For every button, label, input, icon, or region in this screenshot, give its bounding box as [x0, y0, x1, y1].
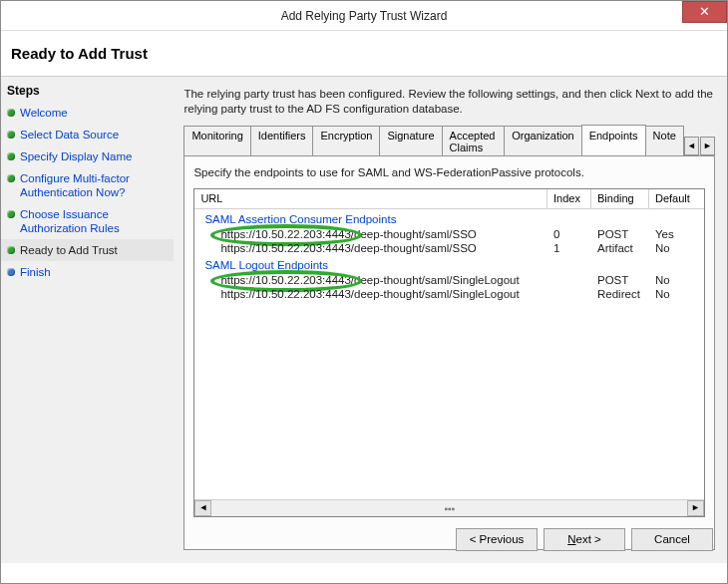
step-0[interactable]: Welcome [1, 102, 174, 124]
step-1[interactable]: Select Data Source [1, 124, 174, 146]
window-title: Add Relying Party Trust Wizard [281, 9, 448, 23]
cancel-button[interactable]: Cancel [631, 528, 713, 551]
col-binding[interactable]: Binding [591, 189, 649, 209]
table-header: URL Index Binding Default [194, 189, 704, 209]
tab-body-endpoints: Specify the endpoints to use for SAML an… [183, 155, 715, 550]
group-header: SAML Assertion Consumer Endpoints [194, 209, 704, 227]
tab-accepted-claims[interactable]: Accepted Claims [442, 126, 506, 156]
table-row[interactable]: https://10.50.22.203:4443/deep-thought/s… [194, 273, 704, 287]
cell-default: Yes [649, 228, 704, 240]
tab-organization[interactable]: Organization [504, 126, 581, 156]
cell-url: https://10.50.22.203:4443/deep-thought/s… [194, 288, 547, 300]
step-label: Select Data Source [20, 128, 119, 142]
cell-binding: Redirect [591, 288, 649, 300]
cell-default: No [649, 242, 704, 254]
col-index[interactable]: Index [547, 189, 591, 209]
cell-url: https://10.50.22.203:4443/deep-thought/s… [194, 228, 547, 240]
step-bullet-icon [7, 246, 15, 254]
page-title: Ready to Add Trust [1, 31, 727, 76]
cell-url: https://10.50.22.203:4443/deep-thought/s… [194, 274, 547, 286]
step-label: Ready to Add Trust [20, 243, 118, 257]
next-button[interactable]: Next > [544, 528, 625, 551]
step-bullet-icon [7, 210, 15, 218]
cell-default: No [649, 288, 704, 300]
step-bullet-icon [7, 268, 15, 276]
intro-text: The relying party trust has been configu… [183, 87, 715, 117]
content-area: Steps WelcomeSelect Data SourceSpecify D… [1, 77, 727, 563]
tab-endpoints[interactable]: Endpoints [581, 125, 646, 155]
cell-index: 1 [547, 242, 591, 254]
previous-button[interactable]: < Previous [456, 528, 538, 551]
tab-strip: MonitoringIdentifiersEncryptionSignature… [183, 125, 715, 155]
tab-signature[interactable]: Signature [379, 126, 442, 156]
button-row: < Previous Next > Cancel [456, 528, 713, 551]
steps-panel: Steps WelcomeSelect Data SourceSpecify D… [1, 77, 174, 563]
tab-monitoring[interactable]: Monitoring [183, 126, 250, 156]
scroll-right-arrow[interactable]: ► [687, 500, 704, 516]
step-5[interactable]: Ready to Add Trust [1, 239, 174, 261]
tab-scroll-left[interactable]: ◄ [684, 137, 699, 155]
main-panel: The relying party trust has been configu… [174, 77, 727, 563]
scroll-track[interactable]: ▪▪▪ [211, 500, 687, 516]
tab-encryption[interactable]: Encryption [312, 126, 380, 156]
cell-binding: POST [591, 274, 649, 286]
table-row[interactable]: https://10.50.22.203:4443/deep-thought/s… [194, 287, 704, 301]
title-bar: Add Relying Party Trust Wizard ✕ [1, 1, 727, 31]
cell-default: No [649, 274, 704, 286]
tab-note[interactable]: Note [645, 126, 684, 156]
cell-index [547, 288, 591, 300]
step-4[interactable]: Choose Issuance Authorization Rules [1, 203, 174, 239]
tab-description: Specify the endpoints to use for SAML an… [193, 166, 705, 178]
step-3[interactable]: Configure Multi-factor Authentication No… [1, 167, 174, 203]
step-bullet-icon [7, 174, 15, 182]
table-row[interactable]: https://10.50.22.203:4443/deep-thought/s… [194, 227, 704, 241]
step-label: Finish [20, 265, 51, 279]
step-bullet-icon [7, 152, 15, 160]
step-bullet-icon [7, 131, 15, 139]
scroll-left-arrow[interactable]: ◄ [194, 500, 211, 516]
step-label: Specify Display Name [20, 149, 132, 163]
cell-binding: Artifact [591, 242, 649, 254]
close-button[interactable]: ✕ [682, 1, 727, 23]
table-row[interactable]: https://10.50.22.203:4443/deep-thought/s… [194, 241, 704, 255]
group-header: SAML Logout Endpoints [194, 255, 704, 273]
tab-identifiers[interactable]: Identifiers [250, 126, 314, 156]
cell-url: https://10.50.22.203:4443/deep-thought/s… [194, 242, 547, 254]
endpoints-table: URL Index Binding Default SAML Assertion… [193, 188, 705, 517]
step-2[interactable]: Specify Display Name [1, 146, 174, 167]
cell-index [547, 274, 591, 286]
cell-index: 0 [547, 228, 591, 240]
step-6[interactable]: Finish [1, 261, 174, 283]
cell-binding: POST [591, 228, 649, 240]
steps-header: Steps [1, 82, 174, 102]
step-label: Configure Multi-factor Authentication No… [20, 171, 168, 199]
col-default[interactable]: Default [649, 189, 704, 209]
horizontal-scrollbar[interactable]: ◄ ▪▪▪ ► [194, 499, 704, 516]
tab-scroll-right[interactable]: ► [700, 137, 715, 155]
step-label: Welcome [20, 106, 68, 120]
step-bullet-icon [7, 109, 15, 117]
col-url[interactable]: URL [194, 189, 547, 209]
step-label: Choose Issuance Authorization Rules [20, 207, 168, 235]
